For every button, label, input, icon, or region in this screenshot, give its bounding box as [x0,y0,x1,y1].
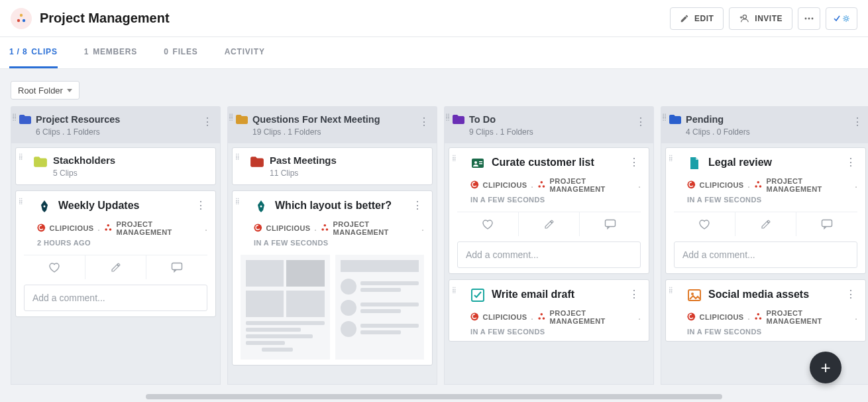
svg-point-3 [743,15,747,18]
like-button[interactable] [457,212,519,236]
svg-point-42 [755,317,757,320]
comment-button[interactable] [146,255,207,279]
svg-point-18 [326,228,329,231]
svg-point-26 [543,185,545,188]
subfolder-row[interactable]: ⠿⠿ Stackholders 5 Clips [15,147,216,185]
clipicious-icon [254,224,262,233]
svg-rect-21 [479,161,482,163]
column-header[interactable]: ⠿⠿ To Do 9 Clips . 1 Folders ⋮ [444,106,654,143]
source-app: CLIPICIOUS [266,224,311,232]
comment-input[interactable] [24,285,207,311]
tab-members-count: 1 [84,47,89,56]
drag-handle-icon[interactable]: ⠿⠿ [452,289,456,293]
drag-handle-icon[interactable]: ⠿⠿ [445,115,449,121]
card-timestamp: 2 HOURS AGO [37,239,207,247]
checkbox-icon [470,288,485,302]
source-board: PROJECT MANAGEMENT [550,309,635,325]
invite-icon [739,14,749,23]
like-button[interactable] [674,212,735,236]
column-title: Pending [686,114,861,125]
invite-button[interactable]: INVITE [729,7,792,30]
topbar-actions: EDIT INVITE [670,7,857,30]
root-folder-dropdown[interactable]: Root Folder [11,81,80,100]
tab-files[interactable]: 0 FILES [164,37,198,68]
clip-card[interactable]: ⠿⠿ Weekly Updates ⋮ CLIPICIOUS . PROJECT… [15,190,216,317]
column-menu-button[interactable]: ⋮ [199,113,215,131]
card-menu-button[interactable]: ⋮ [627,288,641,301]
card-menu-button[interactable]: ⋮ [844,156,857,168]
svg-rect-13 [172,263,182,270]
tab-clips-count: 1 / 8 [9,47,27,56]
folder-icon [250,156,264,168]
like-button[interactable] [24,255,85,279]
horizontal-scrollbar[interactable] [146,394,722,399]
svg-point-1 [17,19,20,21]
column-menu-button[interactable]: ⋮ [849,113,865,131]
tabs-bar: 1 / 8 CLIPS 1 MEMBERS 0 FILES ACTIVITY [0,37,868,69]
clip-card[interactable]: ⠿⠿ Write email draft ⋮ CLIPICIOUS . PROJ… [449,279,649,342]
comment-button[interactable] [580,212,641,236]
edit-card-button[interactable] [735,212,797,236]
drag-handle-icon[interactable]: ⠿⠿ [235,156,239,160]
edit-button[interactable]: EDIT [670,7,724,30]
column-meta: 6 Clips . 1 Folders [36,127,211,137]
column-header[interactable]: ⠿⠿ Pending 4 Clips . 0 Folders ⋮ [661,106,868,143]
column-menu-button[interactable]: ⋮ [633,113,649,131]
tab-clips-label: CLIPS [31,47,57,56]
clipicious-icon [687,180,696,190]
edit-card-button[interactable] [85,255,147,279]
drag-handle-icon[interactable]: ⠿⠿ [235,200,239,204]
card-menu-button[interactable]: ⋮ [844,288,857,301]
clip-card[interactable]: ⠿⠿ Social media assets ⋮ CLIPICIOUS . PR… [665,279,866,342]
drag-handle-icon[interactable]: ⠿⠿ [452,157,456,161]
comment-button[interactable] [796,212,857,236]
column-header[interactable]: ⠿⠿ Project Resources 6 Clips . 1 Folders… [11,106,221,143]
card-menu-button[interactable]: ⋮ [627,156,641,168]
comment-input[interactable] [674,241,857,268]
page-title: Project Management [40,11,670,26]
more-button[interactable] [798,7,820,30]
svg-point-16 [324,224,327,227]
column-header[interactable]: ⠿⠿ Questions For Next Meeting 19 Clips .… [227,106,437,143]
drag-handle-icon[interactable]: ⠿⠿ [669,289,673,293]
tab-members[interactable]: 1 MEMBERS [84,37,137,68]
settings-button[interactable] [826,7,857,30]
tab-clips[interactable]: 1 / 8 CLIPS [9,37,58,68]
tab-activity[interactable]: ACTIVITY [225,37,265,68]
card-timestamp: IN A FEW SECONDS [687,328,857,336]
comment-input[interactable] [457,241,641,268]
logo-icon [15,13,27,25]
pencil-icon [761,219,771,230]
add-fab-button[interactable]: + [810,352,841,383]
chevron-down-icon [67,89,72,92]
drag-handle-icon[interactable]: ⠿⠿ [19,200,23,204]
pen-nib-icon [37,199,52,214]
card-timestamp: IN A FEW SECONDS [687,196,857,204]
invite-label: INVITE [755,14,783,23]
clip-card[interactable]: ⠿⠿ Legal review ⋮ CLIPICIOUS . PROJECT M… [665,147,866,274]
drag-handle-icon[interactable]: ⠿⠿ [662,115,666,121]
card-menu-button[interactable]: ⋮ [194,199,207,212]
column-menu-button[interactable]: ⋮ [416,113,432,131]
edit-card-button[interactable] [519,212,580,236]
drag-handle-icon[interactable]: ⠿⠿ [669,157,673,161]
drag-handle-icon[interactable]: ⠿⠿ [19,156,23,160]
clipicious-icon [687,312,696,322]
clip-card[interactable]: ⠿⠿ Which layout is better? ⋮ CLIPICIOUS … [232,190,433,366]
column: ⠿⠿ Pending 4 Clips . 0 Folders ⋮ ⠿⠿ Lega… [661,106,868,385]
column: ⠿⠿ Questions For Next Meeting 19 Clips .… [227,106,437,385]
subfolder-row[interactable]: ⠿⠿ Past Meetings 11 Clips [232,147,433,185]
source-board: PROJECT MANAGEMENT [767,309,851,325]
clip-card[interactable]: ⠿⠿ Curate customer list ⋮ CLIPICIOUS . P… [449,147,649,274]
board-icon [537,312,546,322]
card-title: Curate customer list [492,156,621,170]
svg-point-11 [105,228,107,231]
tab-files-label: FILES [173,47,198,56]
card-menu-button[interactable]: ⋮ [411,199,424,212]
heart-icon [698,219,710,230]
column-body: ⠿⠿ Past Meetings 11 Clips ⠿⠿ Which layou… [227,143,437,385]
svg-point-0 [20,13,23,16]
drag-handle-icon[interactable]: ⠿⠿ [12,115,16,121]
drag-handle-icon[interactable]: ⠿⠿ [229,115,233,121]
svg-point-24 [541,181,543,184]
